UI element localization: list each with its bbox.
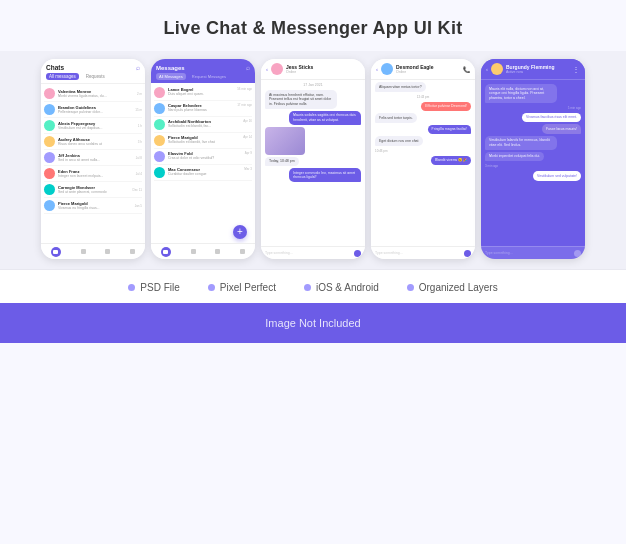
nav-chat-icon[interactable] bbox=[51, 247, 61, 257]
nav-call-icon[interactable] bbox=[81, 249, 86, 254]
avatar bbox=[44, 200, 55, 211]
list-item[interactable]: Valentina Monroe Morbi viverra ligula ma… bbox=[44, 86, 142, 102]
feature-label: PSD File bbox=[140, 282, 179, 293]
avatar bbox=[271, 63, 283, 75]
list-item[interactable]: Elasvim Fold Cras ut dolor et odio vesti… bbox=[154, 149, 252, 165]
more-icon[interactable]: ⋮ bbox=[572, 65, 580, 74]
type-something-label[interactable]: Type something... bbox=[265, 251, 352, 255]
list-item[interactable]: Lance Bogrel Duis aliquet orci quam. 56 … bbox=[154, 85, 252, 101]
send-button[interactable] bbox=[354, 250, 361, 257]
screen-chats: Chats ⌕ All messages Requests Valentina … bbox=[41, 59, 145, 259]
message-bubble: Efficitur pulvinar Desmond! bbox=[421, 102, 471, 112]
search-icon[interactable]: ⌕ bbox=[246, 64, 250, 71]
msg-info: Archibald Northburton Sollicitudin est b… bbox=[168, 119, 243, 128]
chat-input-bar: Type something... bbox=[261, 246, 365, 259]
feature-label: Pixel Perfect bbox=[220, 282, 276, 293]
message-bubble: Vestibulum sed vulputate! bbox=[533, 171, 581, 181]
nav-call-icon[interactable] bbox=[191, 249, 196, 254]
chat-preview: Risus donec arcu sodales ut bbox=[58, 142, 138, 146]
avatar bbox=[44, 104, 55, 115]
chat-preview: Sed ut ante placerat, commodo bbox=[58, 190, 132, 194]
footer-text: Image Not Included bbox=[20, 317, 606, 329]
conv-header: ‹ Burgundy Flemming Active now ⋮ bbox=[481, 59, 585, 80]
nav-user-icon[interactable] bbox=[130, 249, 135, 254]
timestamp: 12:43 pm bbox=[375, 94, 471, 100]
avatar bbox=[154, 167, 165, 178]
app-container: Live Chat & Messenger App UI Kit Chats ⌕… bbox=[0, 0, 626, 343]
chat-preview: Vestibulum est vel dapibus... bbox=[58, 126, 138, 130]
nav-bell-icon[interactable] bbox=[105, 249, 110, 254]
chat-input-bar: Type something... bbox=[371, 246, 475, 259]
avatar bbox=[154, 119, 165, 130]
avatar bbox=[44, 168, 55, 179]
message-bubble: Fringilla magna facilisi! bbox=[428, 125, 471, 135]
list-item[interactable]: Brandon Guidelines Pellentesque pulvinar… bbox=[44, 102, 142, 118]
tab-request[interactable]: Request Messages bbox=[189, 73, 229, 80]
send-button[interactable] bbox=[574, 250, 581, 257]
chat-info: Jiff Jenkins Sed in arcu sit amet nulla.… bbox=[58, 153, 136, 162]
feature-psd: PSD File bbox=[128, 282, 179, 293]
nav-bell-icon[interactable] bbox=[215, 249, 220, 254]
send-button[interactable] bbox=[464, 250, 471, 257]
list-item[interactable]: Archibald Northburton Sollicitudin est b… bbox=[154, 117, 252, 133]
search-icon[interactable]: ⌕ bbox=[136, 64, 140, 71]
message-bubble: Fusce lacus mauris! bbox=[542, 124, 581, 134]
msg-preview: Sollicitudin et blandit, live chat bbox=[168, 140, 243, 144]
list-item[interactable]: Caspar Belvedere Nard puls plume blannas… bbox=[154, 101, 252, 117]
type-something-label[interactable]: Type something... bbox=[375, 251, 462, 255]
conv-header: ‹ Desmond Eagle Online 📞 bbox=[371, 59, 475, 80]
nav-user-icon[interactable] bbox=[240, 249, 245, 254]
tab-requests[interactable]: Requests bbox=[83, 73, 108, 80]
chat-info: Pierce Marigold Vivamus eu fringilla ris… bbox=[58, 201, 135, 210]
feature-dot bbox=[407, 284, 414, 291]
bubble-area: Mauris elit nulla, dictum non arci at, c… bbox=[481, 80, 585, 183]
conv-contact: Desmond Eagle Online bbox=[396, 64, 434, 74]
tab-all[interactable]: All Messages bbox=[156, 73, 186, 80]
phone-icon[interactable]: 📞 bbox=[463, 66, 470, 73]
compose-fab[interactable]: + bbox=[233, 225, 247, 239]
msg-preview: Cras ut dolor et odio vestibul? bbox=[168, 156, 245, 160]
avatar bbox=[44, 136, 55, 147]
back-icon[interactable]: ‹ bbox=[266, 66, 268, 72]
list-item[interactable]: Max Concenseur Curabitur daulter congue … bbox=[154, 165, 252, 181]
messages-list: Lance Bogrel Duis aliquet orci quam. 56 … bbox=[151, 83, 255, 183]
chat-time: 15 m bbox=[135, 108, 142, 112]
chat-time: 1 h bbox=[138, 124, 142, 128]
chat-preview: Morbi viverra ligula matus, du... bbox=[58, 94, 137, 98]
chat-preview: Sed in arcu sit amet nulla... bbox=[58, 158, 136, 162]
back-icon[interactable]: ‹ bbox=[486, 66, 488, 72]
type-something-label[interactable]: Type something... bbox=[485, 251, 572, 255]
feature-label: iOS & Android bbox=[316, 282, 379, 293]
msg-time: Apr 9 bbox=[245, 151, 252, 155]
list-item[interactable]: Pierce Marigold Sollicitudin et blandit,… bbox=[154, 133, 252, 149]
list-item[interactable]: Audrey Althouse Risus donec arcu sodales… bbox=[44, 134, 142, 150]
msg-info: Caspar Belvedere Nard puls plume blannas bbox=[168, 103, 237, 112]
msg-time: Apr 14 bbox=[243, 135, 252, 139]
back-icon[interactable]: ‹ bbox=[376, 66, 378, 72]
list-item[interactable]: Alexia Peppergravy Vestibulum est vel da… bbox=[44, 118, 142, 134]
nav-chat-icon[interactable] bbox=[161, 247, 171, 257]
message-image bbox=[265, 127, 305, 155]
chat-time: Jan 5 bbox=[135, 204, 142, 208]
message-bubble: Felis sed tortor turpis. bbox=[375, 113, 417, 123]
feature-dot bbox=[128, 284, 135, 291]
chat-info: Audrey Althouse Risus donec arcu sodales… bbox=[58, 137, 138, 146]
chats-title: Chats bbox=[46, 64, 64, 71]
avatar bbox=[44, 120, 55, 131]
contact-status: Active now bbox=[506, 70, 555, 74]
conv-contact: Jess Sticks Online bbox=[286, 64, 313, 74]
tab-all-messages[interactable]: All messages bbox=[46, 73, 79, 80]
chat-info: Brandon Guidelines Pellentesque pulvinar… bbox=[58, 105, 135, 114]
chat-time: 2 m bbox=[137, 92, 142, 96]
screen-messages: Messages ⌕ All Messages Request Messages… bbox=[151, 59, 255, 259]
page-title: Live Chat & Messenger App UI Kit bbox=[10, 18, 616, 39]
list-item[interactable]: Carnegie Mondsver Sed ut ante placerat, … bbox=[44, 182, 142, 198]
messages-header: Messages ⌕ All Messages Request Messages bbox=[151, 59, 255, 83]
avatar bbox=[154, 103, 165, 114]
list-item[interactable]: Jiff Jenkins Sed in arcu sit amet nulla.… bbox=[44, 150, 142, 166]
message-bubble: Blandit viverra 😊 🎉 bbox=[431, 156, 471, 166]
list-item[interactable]: Pierce Marigold Vivamus eu fringilla ris… bbox=[44, 198, 142, 214]
list-item[interactable]: Eden Franz Integer non laoreet molpuis..… bbox=[44, 166, 142, 182]
chat-preview: Integer non laoreet molpuis... bbox=[58, 174, 136, 178]
footer: Image Not Included bbox=[0, 303, 626, 343]
